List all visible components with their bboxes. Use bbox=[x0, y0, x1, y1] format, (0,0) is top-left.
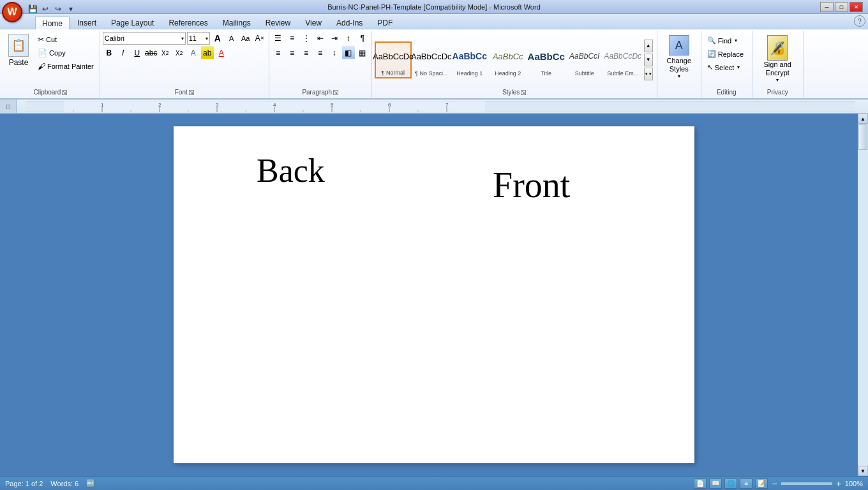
style-heading2[interactable]: AaBbCc Heading 2 bbox=[490, 41, 527, 78]
paste-button[interactable]: 📋 Paste bbox=[4, 32, 33, 69]
font-size-selector[interactable]: 11 ▾ bbox=[187, 32, 210, 45]
show-marks-button[interactable]: ¶ bbox=[356, 32, 369, 45]
scroll-down-button[interactable]: ▼ bbox=[858, 466, 868, 476]
sort-button[interactable]: ↕ bbox=[342, 32, 355, 45]
styles-scroll-controls: ▲ ▼ ▼▼ bbox=[643, 38, 654, 82]
ruler-corner[interactable]: ⊡ bbox=[0, 100, 17, 114]
find-dropdown-icon[interactable]: ▾ bbox=[735, 38, 737, 43]
clipboard-expand[interactable]: ↘ bbox=[62, 90, 67, 95]
style-subtitle-label: Subtitle bbox=[575, 70, 594, 77]
document-page[interactable]: Back Front bbox=[174, 126, 694, 463]
outline-view-button[interactable]: ≡ bbox=[740, 479, 752, 489]
replace-icon: 🔄 bbox=[707, 50, 716, 58]
replace-button[interactable]: 🔄 Replace bbox=[704, 48, 747, 60]
sign-encrypt-button[interactable]: 🔏 Sign and Encrypt ▾ bbox=[760, 32, 796, 86]
styles-more[interactable]: ▼▼ bbox=[644, 68, 653, 80]
styles-scroll-up[interactable]: ▲ bbox=[644, 40, 653, 52]
zoom-slider[interactable] bbox=[781, 482, 832, 485]
copy-button[interactable]: 📄 Copy bbox=[34, 47, 97, 59]
style-normal-preview: AaBbCcDc bbox=[373, 44, 414, 70]
tab-review[interactable]: Review bbox=[258, 16, 297, 29]
zoom-minus-button[interactable]: − bbox=[770, 479, 778, 489]
format-painter-button[interactable]: 🖌 Format Painter bbox=[34, 60, 97, 73]
sign-label-container: Sign and Encrypt ▾ bbox=[764, 61, 791, 83]
change-styles-button[interactable]: A Change Styles ▾ bbox=[660, 32, 698, 82]
tab-add-ins[interactable]: Add-Ins bbox=[329, 16, 370, 29]
multilevel-list-button[interactable]: ⋮ bbox=[300, 32, 313, 45]
select-button[interactable]: ↖ Select ▾ bbox=[704, 61, 744, 73]
font-dropdown-icon[interactable]: ▾ bbox=[181, 36, 184, 41]
scroll-up-button[interactable]: ▲ bbox=[858, 114, 868, 124]
quick-access-dropdown[interactable]: ▾ bbox=[65, 3, 77, 15]
font-row1: Calibri ▾ 11 ▾ A A Aa A✕ bbox=[103, 32, 266, 45]
line-spacing-button[interactable]: ↕ bbox=[328, 47, 341, 59]
office-button[interactable]: W bbox=[2, 2, 22, 22]
undo-button[interactable]: ↩ bbox=[40, 3, 51, 15]
style-no-spacing[interactable]: AaBbCcDc ¶ No Spaci... bbox=[413, 41, 450, 78]
tab-insert[interactable]: Insert bbox=[70, 16, 103, 29]
find-button[interactable]: 🔍 Find ▾ bbox=[704, 34, 740, 47]
maximize-button[interactable]: □ bbox=[835, 2, 848, 12]
styles-expand[interactable]: ↘ bbox=[521, 90, 526, 95]
superscript-button[interactable]: X2 bbox=[173, 47, 186, 59]
align-left-button[interactable]: ≡ bbox=[272, 47, 285, 59]
font-color-button[interactable]: A bbox=[215, 47, 228, 59]
svg-text:5: 5 bbox=[331, 102, 334, 108]
style-title[interactable]: AaBbCc Title bbox=[528, 41, 565, 78]
highlight-color-button[interactable]: ab bbox=[201, 47, 214, 59]
style-heading1[interactable]: AaBbCc Heading 1 bbox=[451, 41, 488, 78]
select-dropdown-icon[interactable]: ▾ bbox=[737, 64, 740, 70]
justify-button[interactable]: ≡ bbox=[314, 47, 327, 59]
underline-button[interactable]: U bbox=[131, 47, 144, 59]
style-subtitle[interactable]: AaBbCcI Subtitle bbox=[566, 41, 603, 78]
border-button[interactable]: ▦ bbox=[356, 47, 369, 59]
tab-page-layout[interactable]: Page Layout bbox=[104, 16, 161, 29]
tab-home[interactable]: Home bbox=[35, 17, 70, 29]
strikethrough-button[interactable]: abc bbox=[145, 47, 158, 59]
bold-button[interactable]: B bbox=[103, 47, 116, 59]
styles-scroll-down[interactable]: ▼ bbox=[644, 54, 653, 66]
save-button[interactable]: 💾 bbox=[27, 3, 38, 15]
full-reading-button[interactable]: 📖 bbox=[709, 479, 722, 489]
clear-format-button[interactable]: A✕ bbox=[253, 32, 266, 45]
decrease-indent-button[interactable]: ⇤ bbox=[314, 32, 327, 45]
font-size-dropdown-icon[interactable]: ▾ bbox=[206, 36, 208, 41]
bullets-button[interactable]: ☰ bbox=[272, 32, 285, 45]
paragraph-expand[interactable]: ↘ bbox=[333, 90, 338, 95]
style-normal[interactable]: AaBbCcDc ¶ Normal bbox=[375, 41, 412, 78]
print-view-button[interactable]: 📄 bbox=[694, 479, 707, 489]
close-button[interactable]: ✕ bbox=[849, 2, 863, 12]
paragraph-content: ☰ ≡ ⋮ ⇤ ⇥ ↕ ¶ ≡ ≡ ≡ ≡ ↕ ◧ ▦ bbox=[272, 32, 369, 87]
help-button[interactable]: ? bbox=[854, 15, 865, 27]
cut-button[interactable]: ✂ Cut bbox=[34, 33, 97, 46]
text-effect-button[interactable]: A bbox=[187, 47, 200, 59]
scroll-track[interactable] bbox=[858, 124, 868, 466]
align-center-button[interactable]: ≡ bbox=[286, 47, 299, 59]
change-case-button[interactable]: Aa bbox=[239, 32, 252, 45]
scroll-thumb[interactable] bbox=[858, 124, 867, 150]
numbering-button[interactable]: ≡ bbox=[286, 32, 299, 45]
redo-button[interactable]: ↪ bbox=[52, 3, 64, 15]
document-area[interactable]: Back Front bbox=[0, 114, 868, 476]
subscript-button[interactable]: X2 bbox=[159, 47, 172, 59]
grow-font-button[interactable]: A bbox=[211, 32, 224, 45]
align-right-button[interactable]: ≡ bbox=[300, 47, 313, 59]
quick-access-toolbar: 💾 ↩ ↪ ▾ bbox=[27, 3, 77, 15]
zoom-plus-button[interactable]: + bbox=[835, 479, 842, 489]
font-name-selector[interactable]: Calibri ▾ bbox=[103, 32, 186, 45]
increase-indent-button[interactable]: ⇥ bbox=[328, 32, 341, 45]
italic-button[interactable]: I bbox=[117, 47, 130, 59]
shrink-font-button[interactable]: A bbox=[225, 32, 238, 45]
tab-pdf[interactable]: PDF bbox=[370, 16, 400, 29]
font-expand[interactable]: ↘ bbox=[189, 90, 194, 95]
tab-view[interactable]: View bbox=[298, 16, 329, 29]
window-controls: ─ □ ✕ bbox=[820, 2, 863, 12]
style-subtle-em[interactable]: AaBbCcDc Subtle Em... bbox=[604, 41, 641, 78]
tab-references[interactable]: References bbox=[161, 16, 214, 29]
shading-button[interactable]: ◧ bbox=[342, 47, 355, 59]
tab-mailings[interactable]: Mailings bbox=[216, 16, 258, 29]
change-styles-content: A Change Styles ▾ bbox=[660, 32, 698, 87]
web-view-button[interactable]: 🌐 bbox=[724, 479, 737, 489]
minimize-button[interactable]: ─ bbox=[820, 2, 834, 12]
draft-view-button[interactable]: 📝 bbox=[755, 479, 768, 489]
